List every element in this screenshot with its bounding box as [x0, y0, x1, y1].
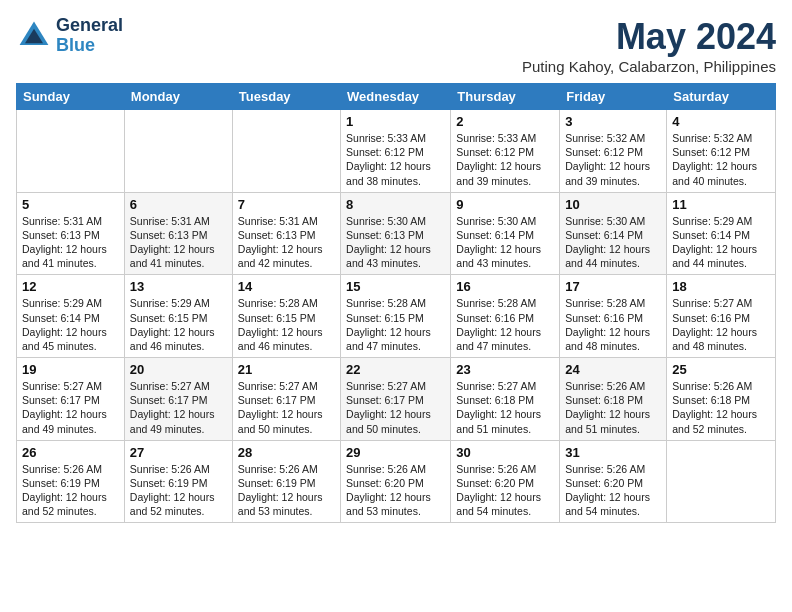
column-header-thursday: Thursday: [451, 84, 560, 110]
day-number: 8: [346, 197, 445, 212]
column-header-monday: Monday: [124, 84, 232, 110]
day-info: Sunrise: 5:26 AMSunset: 6:18 PMDaylight:…: [672, 379, 770, 436]
day-info: Sunrise: 5:32 AMSunset: 6:12 PMDaylight:…: [565, 131, 661, 188]
calendar-day-12: 12Sunrise: 5:29 AMSunset: 6:14 PMDayligh…: [17, 275, 125, 358]
page-header: General Blue May 2024 Puting Kahoy, Cala…: [16, 16, 776, 75]
calendar-day-16: 16Sunrise: 5:28 AMSunset: 6:16 PMDayligh…: [451, 275, 560, 358]
calendar-day-7: 7Sunrise: 5:31 AMSunset: 6:13 PMDaylight…: [232, 192, 340, 275]
day-info: Sunrise: 5:27 AMSunset: 6:18 PMDaylight:…: [456, 379, 554, 436]
logo-icon: [16, 18, 52, 54]
day-info: Sunrise: 5:28 AMSunset: 6:16 PMDaylight:…: [456, 296, 554, 353]
day-number: 23: [456, 362, 554, 377]
calendar-day-21: 21Sunrise: 5:27 AMSunset: 6:17 PMDayligh…: [232, 358, 340, 441]
calendar-day-26: 26Sunrise: 5:26 AMSunset: 6:19 PMDayligh…: [17, 440, 125, 523]
day-info: Sunrise: 5:31 AMSunset: 6:13 PMDaylight:…: [130, 214, 227, 271]
column-header-tuesday: Tuesday: [232, 84, 340, 110]
day-info: Sunrise: 5:33 AMSunset: 6:12 PMDaylight:…: [346, 131, 445, 188]
calendar-day-1: 1Sunrise: 5:33 AMSunset: 6:12 PMDaylight…: [341, 110, 451, 193]
calendar-day-11: 11Sunrise: 5:29 AMSunset: 6:14 PMDayligh…: [667, 192, 776, 275]
calendar-empty-cell: [232, 110, 340, 193]
day-number: 12: [22, 279, 119, 294]
calendar-header-row: SundayMondayTuesdayWednesdayThursdayFrid…: [17, 84, 776, 110]
location-subtitle: Puting Kahoy, Calabarzon, Philippines: [522, 58, 776, 75]
calendar-week-row: 19Sunrise: 5:27 AMSunset: 6:17 PMDayligh…: [17, 358, 776, 441]
day-number: 14: [238, 279, 335, 294]
day-info: Sunrise: 5:32 AMSunset: 6:12 PMDaylight:…: [672, 131, 770, 188]
calendar-day-3: 3Sunrise: 5:32 AMSunset: 6:12 PMDaylight…: [560, 110, 667, 193]
day-number: 21: [238, 362, 335, 377]
day-info: Sunrise: 5:31 AMSunset: 6:13 PMDaylight:…: [238, 214, 335, 271]
day-number: 10: [565, 197, 661, 212]
day-info: Sunrise: 5:29 AMSunset: 6:14 PMDaylight:…: [672, 214, 770, 271]
day-number: 25: [672, 362, 770, 377]
day-info: Sunrise: 5:27 AMSunset: 6:17 PMDaylight:…: [238, 379, 335, 436]
day-number: 15: [346, 279, 445, 294]
calendar-day-24: 24Sunrise: 5:26 AMSunset: 6:18 PMDayligh…: [560, 358, 667, 441]
day-info: Sunrise: 5:30 AMSunset: 6:14 PMDaylight:…: [565, 214, 661, 271]
calendar-empty-cell: [667, 440, 776, 523]
day-info: Sunrise: 5:30 AMSunset: 6:14 PMDaylight:…: [456, 214, 554, 271]
day-info: Sunrise: 5:28 AMSunset: 6:15 PMDaylight:…: [238, 296, 335, 353]
day-info: Sunrise: 5:26 AMSunset: 6:19 PMDaylight:…: [130, 462, 227, 519]
day-info: Sunrise: 5:26 AMSunset: 6:19 PMDaylight:…: [238, 462, 335, 519]
day-info: Sunrise: 5:27 AMSunset: 6:17 PMDaylight:…: [130, 379, 227, 436]
calendar-week-row: 1Sunrise: 5:33 AMSunset: 6:12 PMDaylight…: [17, 110, 776, 193]
calendar-day-8: 8Sunrise: 5:30 AMSunset: 6:13 PMDaylight…: [341, 192, 451, 275]
calendar-day-9: 9Sunrise: 5:30 AMSunset: 6:14 PMDaylight…: [451, 192, 560, 275]
calendar-day-17: 17Sunrise: 5:28 AMSunset: 6:16 PMDayligh…: [560, 275, 667, 358]
column-header-wednesday: Wednesday: [341, 84, 451, 110]
day-number: 1: [346, 114, 445, 129]
day-number: 24: [565, 362, 661, 377]
calendar-day-15: 15Sunrise: 5:28 AMSunset: 6:15 PMDayligh…: [341, 275, 451, 358]
title-block: May 2024 Puting Kahoy, Calabarzon, Phili…: [522, 16, 776, 75]
day-info: Sunrise: 5:26 AMSunset: 6:19 PMDaylight:…: [22, 462, 119, 519]
day-info: Sunrise: 5:30 AMSunset: 6:13 PMDaylight:…: [346, 214, 445, 271]
day-info: Sunrise: 5:31 AMSunset: 6:13 PMDaylight:…: [22, 214, 119, 271]
day-info: Sunrise: 5:29 AMSunset: 6:14 PMDaylight:…: [22, 296, 119, 353]
day-info: Sunrise: 5:33 AMSunset: 6:12 PMDaylight:…: [456, 131, 554, 188]
calendar-day-4: 4Sunrise: 5:32 AMSunset: 6:12 PMDaylight…: [667, 110, 776, 193]
day-info: Sunrise: 5:29 AMSunset: 6:15 PMDaylight:…: [130, 296, 227, 353]
calendar-day-19: 19Sunrise: 5:27 AMSunset: 6:17 PMDayligh…: [17, 358, 125, 441]
calendar-day-10: 10Sunrise: 5:30 AMSunset: 6:14 PMDayligh…: [560, 192, 667, 275]
calendar-day-5: 5Sunrise: 5:31 AMSunset: 6:13 PMDaylight…: [17, 192, 125, 275]
calendar-empty-cell: [124, 110, 232, 193]
day-number: 28: [238, 445, 335, 460]
day-info: Sunrise: 5:26 AMSunset: 6:20 PMDaylight:…: [456, 462, 554, 519]
logo: General Blue: [16, 16, 123, 56]
day-number: 31: [565, 445, 661, 460]
calendar-empty-cell: [17, 110, 125, 193]
month-title: May 2024: [522, 16, 776, 58]
day-number: 4: [672, 114, 770, 129]
day-number: 17: [565, 279, 661, 294]
day-number: 30: [456, 445, 554, 460]
logo-text: General Blue: [56, 16, 123, 56]
day-number: 11: [672, 197, 770, 212]
calendar-day-14: 14Sunrise: 5:28 AMSunset: 6:15 PMDayligh…: [232, 275, 340, 358]
day-number: 26: [22, 445, 119, 460]
calendar-day-30: 30Sunrise: 5:26 AMSunset: 6:20 PMDayligh…: [451, 440, 560, 523]
calendar-week-row: 5Sunrise: 5:31 AMSunset: 6:13 PMDaylight…: [17, 192, 776, 275]
day-number: 6: [130, 197, 227, 212]
day-info: Sunrise: 5:28 AMSunset: 6:15 PMDaylight:…: [346, 296, 445, 353]
calendar-day-28: 28Sunrise: 5:26 AMSunset: 6:19 PMDayligh…: [232, 440, 340, 523]
day-number: 18: [672, 279, 770, 294]
calendar-day-31: 31Sunrise: 5:26 AMSunset: 6:20 PMDayligh…: [560, 440, 667, 523]
column-header-friday: Friday: [560, 84, 667, 110]
day-number: 27: [130, 445, 227, 460]
day-info: Sunrise: 5:27 AMSunset: 6:17 PMDaylight:…: [22, 379, 119, 436]
day-number: 7: [238, 197, 335, 212]
day-number: 5: [22, 197, 119, 212]
day-number: 19: [22, 362, 119, 377]
calendar-day-20: 20Sunrise: 5:27 AMSunset: 6:17 PMDayligh…: [124, 358, 232, 441]
calendar-day-29: 29Sunrise: 5:26 AMSunset: 6:20 PMDayligh…: [341, 440, 451, 523]
calendar-day-6: 6Sunrise: 5:31 AMSunset: 6:13 PMDaylight…: [124, 192, 232, 275]
day-number: 2: [456, 114, 554, 129]
day-number: 3: [565, 114, 661, 129]
day-number: 16: [456, 279, 554, 294]
calendar-week-row: 26Sunrise: 5:26 AMSunset: 6:19 PMDayligh…: [17, 440, 776, 523]
calendar-day-18: 18Sunrise: 5:27 AMSunset: 6:16 PMDayligh…: [667, 275, 776, 358]
calendar-day-13: 13Sunrise: 5:29 AMSunset: 6:15 PMDayligh…: [124, 275, 232, 358]
day-number: 29: [346, 445, 445, 460]
day-info: Sunrise: 5:26 AMSunset: 6:18 PMDaylight:…: [565, 379, 661, 436]
